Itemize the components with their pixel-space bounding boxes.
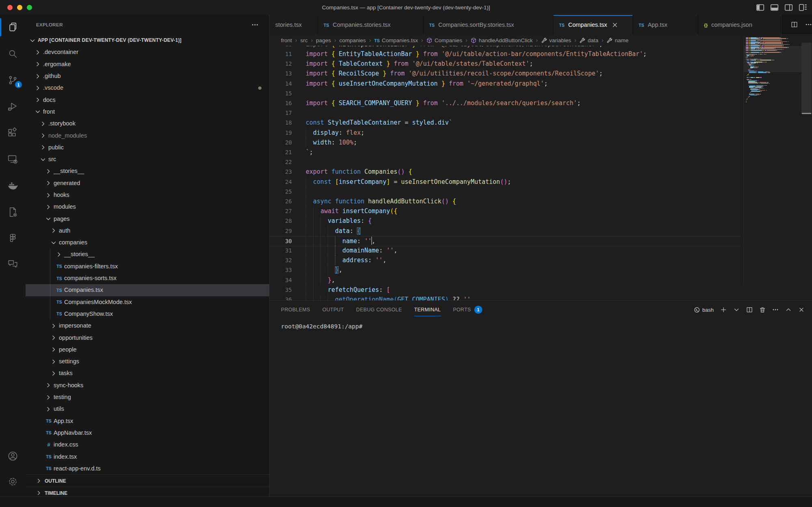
tree-item-people[interactable]: people: [26, 344, 269, 356]
tab-companies.json[interactable]: {}companies.json: [698, 15, 783, 35]
tree-item-node-modules[interactable]: node_modules: [26, 129, 269, 141]
minimap-viewport[interactable]: [744, 46, 801, 72]
toggle-secondary-sidebar-icon[interactable]: [784, 3, 793, 12]
code-line-20[interactable]: 20 width: 100%;: [270, 138, 741, 147]
tree-item-hooks[interactable]: hooks: [26, 189, 269, 201]
tree-item-front[interactable]: front: [26, 106, 269, 118]
tree-item-docs[interactable]: docs: [26, 94, 269, 106]
minimize-window-button[interactable]: [17, 5, 22, 10]
close-panel-icon[interactable]: [798, 306, 805, 313]
code-line-34[interactable]: 34 },: [270, 275, 741, 285]
breadcrumb-item-handleaddbuttonclick[interactable]: handleAddButtonClick: [471, 37, 533, 43]
split-terminal-icon[interactable]: [746, 306, 753, 313]
panel-tab-debug-console[interactable]: DEBUG CONSOLE: [356, 301, 402, 319]
toggle-primary-sidebar-icon[interactable]: [756, 3, 764, 12]
code-line-24[interactable]: 24 const [insertCompany] = useInsertOneC…: [270, 177, 741, 187]
code-line-31[interactable]: 31 domainName: '',: [270, 246, 741, 255]
minimap[interactable]: [743, 37, 801, 285]
breadcrumb-item-variables[interactable]: variables: [541, 37, 571, 43]
breadcrumb-item-name[interactable]: name: [607, 37, 628, 43]
code-line-25[interactable]: 25: [270, 187, 741, 196]
tree-item--stories-[interactable]: __stories__: [26, 165, 269, 177]
sidebar-section-outline[interactable]: OUTLINE: [26, 475, 269, 487]
tree-item-sync-hooks[interactable]: sync-hooks: [26, 380, 269, 391]
tree-item-tasks[interactable]: tasks: [26, 367, 269, 379]
tab-stories.tsx[interactable]: stories.tsx: [270, 15, 318, 35]
tree-item-.ergomake[interactable]: .ergomake: [26, 58, 269, 70]
maximize-panel-icon[interactable]: [785, 306, 792, 313]
tab-app.tsx[interactable]: TSApp.tsx: [633, 15, 698, 35]
activity-item-source-control[interactable]: 1: [0, 70, 26, 90]
activity-item-extensions[interactable]: [0, 123, 26, 142]
tree-section-header[interactable]: APP [CONTAINER DEV-TWENTY-DEV (DEV-TWENT…: [26, 35, 269, 46]
tree-item-utils[interactable]: utils: [26, 403, 269, 415]
code-line-19[interactable]: 19 display: flex;: [270, 128, 741, 138]
activity-item-accounts[interactable]: [0, 446, 26, 466]
code-line-36[interactable]: 36 getOperationName(GET_COMPANIES) ?? ''…: [270, 295, 741, 300]
code-line-22[interactable]: 22: [270, 157, 741, 167]
tree-item-app.tsx[interactable]: TSApp.tsx: [26, 415, 269, 427]
tree-item-appnavbar.tsx[interactable]: TSAppNavbar.tsx: [26, 427, 269, 439]
breadcrumb-item-companies[interactable]: companies: [339, 37, 366, 43]
breadcrumb-item-src[interactable]: src: [300, 37, 308, 43]
tree-item-impersonate[interactable]: impersonate: [26, 320, 269, 332]
scrollbar-thumb[interactable]: [801, 43, 812, 114]
tree-item-.github[interactable]: .github: [26, 70, 269, 82]
tree-item-auth[interactable]: auth: [26, 225, 269, 237]
terminal-shell-selector[interactable]: bash: [694, 307, 714, 313]
tree-item-companies-sorts.tsx[interactable]: TScompanies-sorts.tsx: [26, 272, 269, 284]
close-tab-icon[interactable]: [611, 22, 618, 28]
tree-item-modules[interactable]: modules: [26, 201, 269, 213]
split-editor-icon[interactable]: [791, 21, 798, 28]
tree-item-companies[interactable]: companies: [26, 237, 269, 248]
code-line-23[interactable]: 23export function Companies() {: [270, 167, 741, 177]
activity-item-search[interactable]: [0, 44, 26, 63]
code-line-17[interactable]: 17: [270, 108, 741, 118]
activity-item-explorer[interactable]: [0, 17, 26, 37]
tree-item-opportunities[interactable]: opportunities: [26, 332, 269, 343]
tree-item-src[interactable]: src: [26, 153, 269, 165]
code-line-15[interactable]: 15: [270, 88, 741, 98]
tree-item-.storybook[interactable]: .storybook: [26, 118, 269, 129]
customize-layout-icon[interactable]: [799, 3, 807, 12]
tab-companies.stories.tsx[interactable]: TSCompanies.stories.tsx: [318, 15, 423, 35]
tree-item-companies-filters.tsx[interactable]: TScompanies-filters.tsx: [26, 261, 269, 272]
code-line-35[interactable]: 35 refetchQueries: [: [270, 285, 741, 295]
tree-item-settings[interactable]: settings: [26, 356, 269, 367]
code-line-28[interactable]: 28 variables: {: [270, 216, 741, 226]
zoom-window-button[interactable]: [27, 5, 32, 10]
breadcrumb-item-pages[interactable]: pages: [316, 37, 331, 43]
explorer-more-actions-icon[interactable]: [251, 21, 259, 28]
toggle-panel-icon[interactable]: [770, 3, 779, 12]
code-line-13[interactable]: 13import { RecoilScope } from '@/ui/util…: [270, 69, 741, 78]
panel-tab-terminal[interactable]: TERMINAL: [414, 301, 441, 319]
terminal-output[interactable]: root@0a42ecd84891:/app#: [281, 323, 804, 330]
tree-item-companiesmockmode.tsx[interactable]: TSCompaniesMockMode.tsx: [26, 296, 269, 308]
tree-item-index.css[interactable]: #index.css: [26, 439, 269, 451]
panel-tab-problems[interactable]: PROBLEMS: [281, 301, 310, 319]
tree-item-companies.tsx[interactable]: TSCompanies.tsx: [26, 284, 269, 296]
activity-item-run-and-debug[interactable]: [0, 97, 26, 116]
code-line-12[interactable]: 12import { TableContext } from '@/ui/tab…: [270, 59, 741, 69]
activity-item-remote-explorer[interactable]: [0, 149, 26, 169]
activity-item-comments[interactable]: [0, 254, 26, 274]
breadcrumb-item-data[interactable]: data: [579, 37, 598, 43]
tree-item-react-app-env.d.ts[interactable]: TSreact-app-env.d.ts: [26, 463, 269, 475]
tab-companies.tsx[interactable]: TSCompanies.tsx: [553, 15, 633, 35]
tree-item-generated[interactable]: generated: [26, 177, 269, 189]
breadcrumb-item-companies[interactable]: Companies: [426, 37, 462, 43]
code-line-16[interactable]: 16import { SEARCH_COMPANY_QUERY } from '…: [270, 98, 741, 108]
tree-item-pages[interactable]: pages: [26, 213, 269, 224]
kill-terminal-icon[interactable]: [759, 306, 766, 313]
code-line-21[interactable]: 21`;: [270, 147, 741, 157]
breadcrumb-item-front[interactable]: front: [281, 37, 292, 43]
launch-profile-chevron-icon[interactable]: [733, 306, 740, 313]
tree-item-public[interactable]: public: [26, 142, 269, 153]
panel-tab-output[interactable]: OUTPUT: [322, 301, 344, 319]
code-line-11[interactable]: 11import { EntityTableActionBar } from '…: [270, 49, 741, 59]
activity-item-settings[interactable]: [0, 472, 26, 491]
tree-item-companyshow.tsx[interactable]: TSCompanyShow.tsx: [26, 308, 269, 320]
tree-item--stories-[interactable]: __stories__: [26, 248, 269, 260]
breadcrumb-item-companies.tsx[interactable]: TSCompanies.tsx: [374, 37, 418, 43]
tree-item-index.tsx[interactable]: TSindex.tsx: [26, 451, 269, 462]
